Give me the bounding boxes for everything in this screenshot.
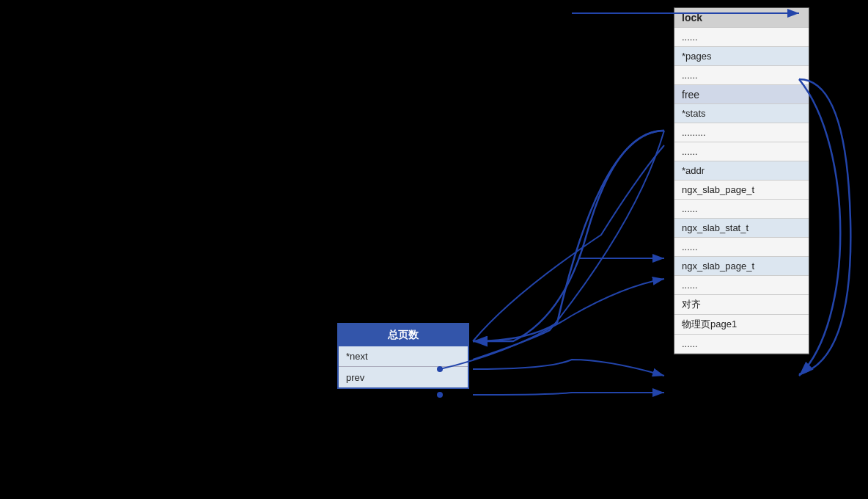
small-struct: 总页数 *nextprev	[337, 323, 469, 389]
main-container: lock ......*pages......free*stats.......…	[0, 0, 868, 499]
struct-table-row: ......	[674, 335, 809, 354]
struct-table-row: ......	[674, 276, 809, 295]
struct-table-row: 对齐	[674, 295, 809, 315]
svg-point-3	[437, 392, 443, 398]
struct-table: lock ......*pages......free*stats.......…	[674, 7, 809, 354]
struct-table-row: *stats	[674, 104, 809, 123]
struct-table-row: ......	[674, 142, 809, 161]
struct-table-row: free	[674, 85, 809, 104]
struct-table-header: lock	[674, 8, 809, 28]
small-struct-header: 总页数	[339, 324, 468, 346]
struct-table-row: ......	[674, 200, 809, 219]
struct-table-row: ngx_slab_page_t	[674, 181, 809, 200]
struct-table-row: ngx_slab_page_t	[674, 257, 809, 276]
struct-table-row: ......	[674, 66, 809, 85]
struct-table-row: .........	[674, 123, 809, 142]
struct-table-row: *pages	[674, 47, 809, 66]
small-struct-row: prev	[339, 367, 468, 387]
struct-table-row: *addr	[674, 161, 809, 181]
struct-table-row: ......	[674, 238, 809, 257]
struct-table-row: ngx_slab_stat_t	[674, 219, 809, 238]
small-struct-row: *next	[339, 346, 468, 367]
struct-table-row: 物理页page1	[674, 315, 809, 335]
struct-table-row: ......	[674, 28, 809, 47]
